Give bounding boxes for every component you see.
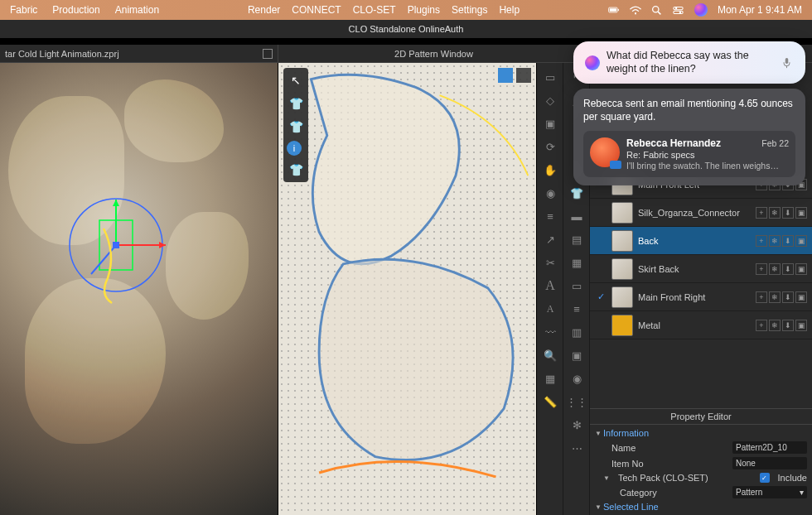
- menu-settings[interactable]: Settings: [452, 4, 487, 16]
- tool-ruler-icon[interactable]: ▦: [539, 368, 562, 389]
- tool-edit-icon[interactable]: ◇: [539, 89, 562, 111]
- menu-plugins[interactable]: Plugins: [408, 4, 440, 16]
- tool-tape-icon[interactable]: ▭: [565, 275, 588, 296]
- view-toggle-2[interactable]: [516, 68, 531, 83]
- obj-action-save-icon[interactable]: ⬇: [782, 235, 794, 247]
- obj-action-freeze-icon[interactable]: ❄: [769, 207, 781, 219]
- siri-answer-text: Rebecca sent an email mentioning 4.65 ou…: [583, 97, 795, 123]
- include-checkbox[interactable]: ✓: [760, 473, 770, 483]
- tool-scissors-icon[interactable]: ✂: [539, 252, 562, 273]
- microphone-icon[interactable]: [782, 57, 794, 69]
- obj-action-lock-icon[interactable]: ▣: [795, 263, 807, 275]
- menu-closet[interactable]: CLO-SET: [353, 4, 396, 16]
- object-row[interactable]: Skirt Back +❄⬇▣: [590, 255, 812, 283]
- battery-icon[interactable]: [608, 4, 620, 16]
- tool-bars-icon[interactable]: ▥: [565, 321, 588, 343]
- transform-gizmo[interactable]: [66, 195, 182, 315]
- obj-action-freeze-icon[interactable]: ❄: [769, 263, 781, 275]
- tool-zoom-icon[interactable]: 🔍: [539, 344, 562, 366]
- obj-action-add-icon[interactable]: +: [756, 291, 767, 303]
- siri-email-result[interactable]: Rebecca Hernandez Feb 22 Re: Fabric spec…: [583, 131, 795, 177]
- pe-itemno-value[interactable]: None: [732, 457, 807, 469]
- svg-line-5: [659, 12, 661, 14]
- viewport-3d[interactable]: [0, 63, 278, 515]
- property-editor-title: Property Editor: [590, 409, 812, 425]
- pe-techpack-label[interactable]: Tech Pack (CLO-SET): [618, 473, 755, 483]
- tool-lines-icon[interactable]: ≡: [565, 298, 588, 320]
- cursor-tool-icon[interactable]: ↖: [287, 71, 305, 89]
- object-swatch: [611, 202, 633, 224]
- tool-select-icon[interactable]: ▭: [539, 66, 562, 88]
- pe-category-value[interactable]: Pattern▾: [732, 486, 807, 498]
- pe-section-selected-line[interactable]: Selected Line: [595, 500, 807, 513]
- shirt-front-icon[interactable]: 👕: [287, 94, 305, 113]
- tool-dot-icon[interactable]: ◉: [565, 368, 588, 389]
- menu-animation[interactable]: Animation: [115, 4, 159, 16]
- control-center-icon[interactable]: [673, 4, 684, 16]
- info-icon[interactable]: i: [287, 141, 302, 156]
- obj-action-freeze-icon[interactable]: ❄: [769, 291, 781, 303]
- tool-hand-icon[interactable]: ✋: [539, 159, 562, 180]
- tool-measure-icon[interactable]: 📏: [539, 391, 562, 412]
- svg-rect-1: [610, 8, 616, 12]
- popout-3d-icon[interactable]: [263, 49, 273, 59]
- wifi-icon[interactable]: [630, 4, 641, 16]
- tool-texture-icon[interactable]: ▦: [565, 252, 588, 273]
- obj-action-add-icon[interactable]: +: [756, 263, 767, 275]
- visibility-check[interactable]: ✓: [595, 291, 607, 302]
- obj-action-save-icon[interactable]: ⬇: [782, 291, 794, 303]
- shirt-back-icon[interactable]: 👕: [287, 161, 305, 179]
- obj-action-add-icon[interactable]: +: [756, 320, 767, 331]
- obj-action-add-icon[interactable]: +: [756, 235, 767, 247]
- email-sender: Rebecca Hernandez: [626, 137, 721, 149]
- tool-stitch-icon[interactable]: ⋮⋮: [565, 391, 588, 412]
- object-row[interactable]: Metal +❄⬇▣: [590, 311, 812, 339]
- tool-list-icon[interactable]: ≡: [539, 205, 562, 227]
- menu-fabric[interactable]: Fabric: [10, 4, 37, 16]
- object-label: Back: [638, 236, 751, 246]
- obj-action-freeze-icon[interactable]: ❄: [769, 235, 781, 247]
- obj-action-lock-icon[interactable]: ▣: [795, 291, 807, 303]
- menubar-datetime[interactable]: Mon Apr 1 9:41 AM: [718, 4, 802, 16]
- tool-panel-icon[interactable]: ▣: [539, 113, 562, 134]
- menu-connect[interactable]: CONNECT: [292, 4, 341, 16]
- siri-icon[interactable]: [694, 3, 708, 17]
- tool-iron-icon[interactable]: ▬: [565, 205, 588, 227]
- tool-shirt-icon[interactable]: 👕: [565, 182, 588, 204]
- viewport-2d-pattern[interactable]: ↖ 👕 👕 i 👕: [278, 63, 537, 515]
- tool-layers-icon[interactable]: ▤: [565, 229, 588, 250]
- obj-action-lock-icon[interactable]: ▣: [795, 320, 807, 331]
- menu-production[interactable]: Production: [52, 4, 99, 16]
- pe-section-information[interactable]: Information: [595, 426, 807, 440]
- menu-help[interactable]: Help: [499, 4, 520, 16]
- obj-action-lock-icon[interactable]: ▣: [795, 207, 807, 219]
- svg-rect-2: [618, 9, 619, 11]
- search-icon[interactable]: [651, 4, 663, 16]
- tool-roll-icon[interactable]: ◉: [539, 182, 562, 204]
- pe-name-value[interactable]: Pattern2D_10: [732, 441, 807, 454]
- menu-render[interactable]: Render: [248, 4, 280, 16]
- tool-arrow-icon[interactable]: ↗: [539, 229, 562, 250]
- tool-flower-icon[interactable]: ✻: [565, 414, 588, 436]
- obj-action-freeze-icon[interactable]: ❄: [769, 320, 781, 331]
- tool-zigzag-icon[interactable]: 〰: [539, 321, 562, 343]
- tool-more-icon[interactable]: ⋯: [565, 437, 588, 459]
- tool-text-a-icon[interactable]: A: [539, 275, 562, 296]
- obj-action-lock-icon[interactable]: ▣: [795, 235, 807, 247]
- svg-point-3: [635, 12, 636, 13]
- object-row[interactable]: Silk_Organza_Connector +❄⬇▣: [590, 199, 812, 227]
- object-row[interactable]: ✓ Main Front Right +❄⬇▣: [590, 283, 812, 311]
- obj-action-save-icon[interactable]: ⬇: [782, 207, 794, 219]
- view-toggle-1[interactable]: [498, 68, 513, 83]
- tool-refresh-icon[interactable]: ⟳: [539, 136, 562, 157]
- object-row[interactable]: Back +❄⬇▣: [590, 227, 812, 255]
- object-label: Metal: [638, 320, 751, 330]
- obj-action-save-icon[interactable]: ⬇: [782, 263, 794, 275]
- svg-point-8: [675, 7, 677, 8]
- tool-patch-icon[interactable]: ▣: [565, 344, 588, 366]
- shirt-mid-icon[interactable]: 👕: [287, 118, 305, 136]
- obj-action-add-icon[interactable]: +: [756, 207, 767, 219]
- siri-query-bubble[interactable]: What did Rebecca say was the weight of t…: [573, 41, 805, 84]
- obj-action-save-icon[interactable]: ⬇: [782, 320, 794, 331]
- tool-text-aa-icon[interactable]: A: [539, 298, 562, 320]
